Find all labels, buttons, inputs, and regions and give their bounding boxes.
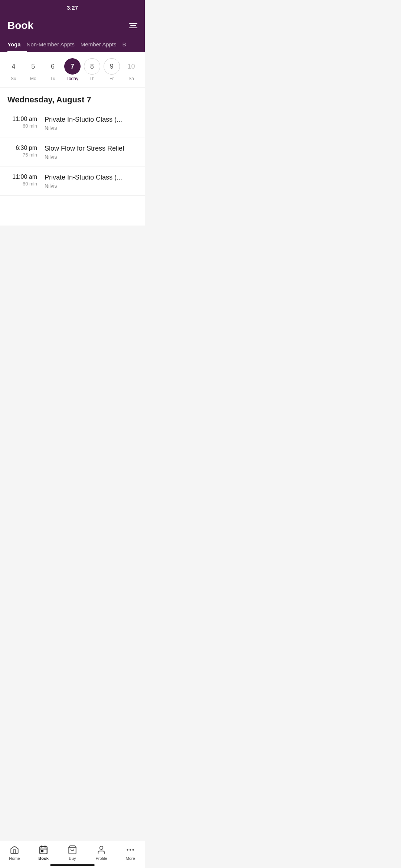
day-9-fr[interactable]: 9 Fr [102,58,121,81]
class-time-value-1: 11:00 am [7,116,37,122]
class-duration-3: 60 min [7,181,37,187]
tab-non-member[interactable]: Non-Member Appts [27,37,81,52]
tab-b[interactable]: B [123,37,132,52]
tab-yoga[interactable]: Yoga [7,37,27,52]
date-heading: Wednesday, August 7 [0,88,145,109]
day-number-7: 7 [64,58,81,75]
tab-member[interactable]: Member Appts [81,37,123,52]
class-item-2[interactable]: 6:30 pm 75 min Slow Flow for Stress Reli… [0,138,145,167]
page-title: Book [7,20,33,32]
day-label-tu: Tu [50,76,55,81]
class-info-2: Slow Flow for Stress Relief Nilvis [45,145,137,160]
class-name-1: Private In-Studio Class (... [45,116,137,124]
category-tabs: Yoga Non-Member Appts Member Appts B [0,37,145,52]
filter-line-2 [130,25,136,26]
class-time-3: 11:00 am 60 min [7,174,37,187]
class-list: 11:00 am 60 min Private In-Studio Class … [0,109,145,196]
filter-line-1 [129,23,137,24]
class-name-2: Slow Flow for Stress Relief [45,145,137,152]
class-duration-1: 60 min [7,123,37,129]
class-time-value-2: 6:30 pm [7,145,37,151]
day-number-9: 9 [104,58,120,75]
day-8-th[interactable]: 8 Th [83,58,101,81]
day-10-sa[interactable]: 10 Sa [122,58,140,81]
header: Book [0,14,145,37]
class-instructor-3: Nilvis [45,183,137,189]
status-time: 3:27 [67,4,78,11]
class-time-2: 6:30 pm 75 min [7,145,37,158]
day-label-fr: Fr [110,76,114,81]
day-number-6: 6 [45,58,61,75]
class-time-value-3: 11:00 am [7,174,37,180]
day-label-th: Th [89,76,95,81]
day-7-today[interactable]: 7 Today [63,58,82,81]
day-number-4: 4 [5,58,22,75]
calendar-row: 4 Su 5 Mo 6 Tu 7 Today 8 Th 9 Fr 10 Sa [0,52,145,88]
day-number-8: 8 [84,58,100,75]
filter-line-3 [129,27,137,28]
filter-button[interactable] [129,23,137,28]
main-content: 4 Su 5 Mo 6 Tu 7 Today 8 Th 9 Fr 10 Sa W… [0,52,145,226]
day-label-sa: Sa [128,76,134,81]
class-instructor-1: Nilvis [45,125,137,131]
day-number-5: 5 [25,58,41,75]
day-5-mo[interactable]: 5 Mo [24,58,42,81]
day-6-tu[interactable]: 6 Tu [43,58,62,81]
class-item-3[interactable]: 11:00 am 60 min Private In-Studio Class … [0,167,145,196]
day-label-mo: Mo [30,76,36,81]
class-info-3: Private In-Studio Class (... Nilvis [45,174,137,189]
class-info-1: Private In-Studio Class (... Nilvis [45,116,137,131]
status-bar: 3:27 [0,0,145,14]
class-time-1: 11:00 am 60 min [7,116,37,129]
class-item-1[interactable]: 11:00 am 60 min Private In-Studio Class … [0,109,145,138]
class-instructor-2: Nilvis [45,154,137,160]
day-label-today: Today [66,76,78,81]
day-number-10: 10 [123,58,139,75]
day-4-su[interactable]: 4 Su [4,58,23,81]
class-name-3: Private In-Studio Class (... [45,174,137,181]
class-duration-2: 75 min [7,152,37,158]
day-label-su: Su [11,76,16,81]
